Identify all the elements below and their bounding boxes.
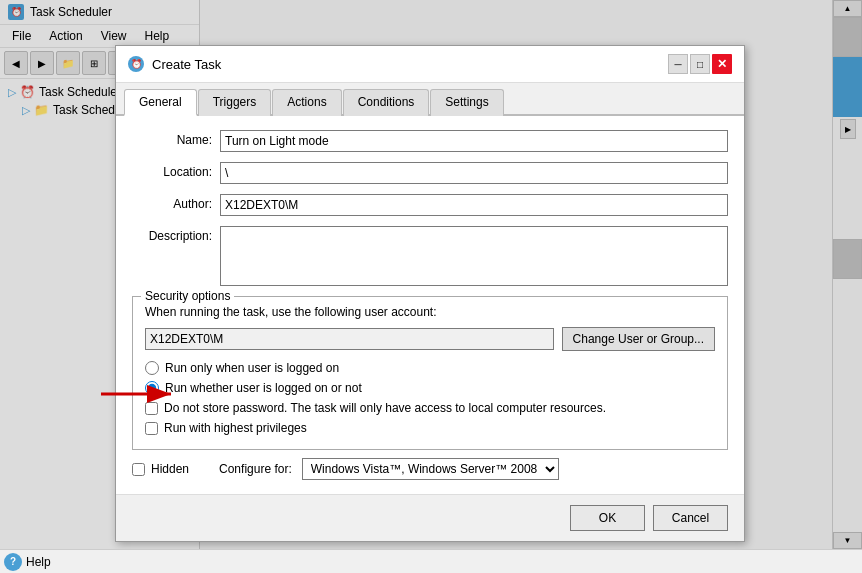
- hidden-row: Hidden: [132, 462, 189, 476]
- name-label: Name:: [132, 130, 212, 147]
- description-row: Description:: [132, 226, 728, 286]
- checkbox-label-1: Run with highest privileges: [164, 421, 307, 435]
- configure-select[interactable]: Windows Vista™, Windows Server™ 2008 Win…: [302, 458, 559, 480]
- checkbox-highest-privileges[interactable]: [145, 422, 158, 435]
- statusbar: ? Help: [0, 549, 862, 573]
- radio-row-0: Run only when user is logged on: [145, 361, 715, 375]
- dialog-maximize-button[interactable]: □: [690, 54, 710, 74]
- dialog-title-icon: ⏰: [128, 56, 144, 72]
- checkbox-no-password[interactable]: [145, 402, 158, 415]
- dialog-content: Name: Location: Author: Description: Sec…: [116, 116, 744, 494]
- user-account-input[interactable]: [145, 328, 554, 350]
- tab-conditions[interactable]: Conditions: [343, 89, 430, 116]
- cancel-button[interactable]: Cancel: [653, 505, 728, 531]
- statusbar-help-text: Help: [26, 555, 51, 569]
- tab-actions[interactable]: Actions: [272, 89, 341, 116]
- bottom-row: Hidden Configure for: Windows Vista™, Wi…: [132, 458, 728, 480]
- author-row: Author:: [132, 194, 728, 216]
- checkbox-hidden[interactable]: [132, 463, 145, 476]
- location-label: Location:: [132, 162, 212, 179]
- location-row: Location:: [132, 162, 728, 184]
- dialog-tabs: General Triggers Actions Conditions Sett…: [116, 83, 744, 116]
- hidden-label: Hidden: [151, 462, 189, 476]
- dialog-window-controls: ─ □ ✕: [668, 54, 732, 74]
- checkbox-row-0: Do not store password. The task will onl…: [145, 401, 715, 415]
- checkbox-label-0: Do not store password. The task will onl…: [164, 401, 606, 415]
- description-label: Description:: [132, 226, 212, 243]
- ok-button[interactable]: OK: [570, 505, 645, 531]
- author-input[interactable]: [220, 194, 728, 216]
- security-group-legend: Security options: [141, 289, 234, 303]
- security-user-row: Change User or Group...: [145, 327, 715, 351]
- user-account-text: When running the task, use the following…: [145, 305, 715, 319]
- configure-label: Configure for:: [219, 462, 292, 476]
- radio-row-1: Run whether user is logged on or not: [145, 381, 715, 395]
- radio-label-0: Run only when user is logged on: [165, 361, 339, 375]
- tab-general[interactable]: General: [124, 89, 197, 116]
- tab-triggers[interactable]: Triggers: [198, 89, 272, 116]
- change-user-button[interactable]: Change User or Group...: [562, 327, 715, 351]
- dialog-minimize-button[interactable]: ─: [668, 54, 688, 74]
- dialog-close-button[interactable]: ✕: [712, 54, 732, 74]
- radio-whether-logged[interactable]: [145, 381, 159, 395]
- checkbox-row-1: Run with highest privileges: [145, 421, 715, 435]
- statusbar-help-icon: ?: [4, 553, 22, 571]
- name-input[interactable]: [220, 130, 728, 152]
- tab-settings[interactable]: Settings: [430, 89, 503, 116]
- location-input[interactable]: [220, 162, 728, 184]
- create-task-dialog: ⏰ Create Task ─ □ ✕ General Triggers Act…: [115, 45, 745, 542]
- dialog-buttons: OK Cancel: [116, 494, 744, 541]
- dialog-title-left: ⏰ Create Task: [128, 56, 221, 72]
- author-label: Author:: [132, 194, 212, 211]
- dialog-title: Create Task: [152, 57, 221, 72]
- radio-logged-on[interactable]: [145, 361, 159, 375]
- description-input[interactable]: [220, 226, 728, 286]
- name-row: Name:: [132, 130, 728, 152]
- radio-label-1: Run whether user is logged on or not: [165, 381, 362, 395]
- security-options-group: Security options When running the task, …: [132, 296, 728, 450]
- dialog-titlebar: ⏰ Create Task ─ □ ✕: [116, 46, 744, 83]
